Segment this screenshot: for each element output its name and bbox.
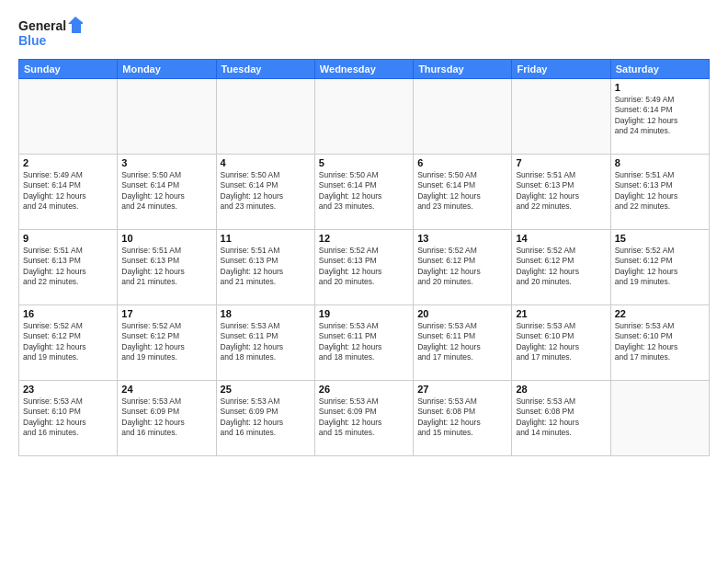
svg-text:General: General	[18, 18, 66, 33]
day-info: Sunrise: 5:53 AM Sunset: 6:09 PM Dayligh…	[121, 396, 211, 439]
day-info: Sunrise: 5:53 AM Sunset: 6:11 PM Dayligh…	[417, 321, 507, 363]
day-info: Sunrise: 5:50 AM Sunset: 6:14 PM Dayligh…	[319, 170, 409, 213]
calendar-cell: 1Sunrise: 5:49 AM Sunset: 6:14 PM Daylig…	[610, 79, 709, 155]
day-number: 10	[121, 233, 211, 244]
day-number: 21	[516, 308, 606, 319]
day-info: Sunrise: 5:52 AM Sunset: 6:12 PM Dayligh…	[23, 321, 113, 363]
week-row-4: 23Sunrise: 5:53 AM Sunset: 6:10 PM Dayli…	[19, 381, 710, 456]
calendar-table: SundayMondayTuesdayWednesdayThursdayFrid…	[18, 59, 710, 456]
day-number: 6	[417, 157, 507, 168]
calendar-cell: 2Sunrise: 5:49 AM Sunset: 6:14 PM Daylig…	[19, 155, 118, 230]
day-number: 14	[516, 233, 606, 244]
calendar-cell: 15Sunrise: 5:52 AM Sunset: 6:12 PM Dayli…	[610, 230, 709, 305]
day-number: 1	[615, 82, 705, 93]
day-info: Sunrise: 5:50 AM Sunset: 6:14 PM Dayligh…	[221, 170, 311, 213]
day-info: Sunrise: 5:53 AM Sunset: 6:10 PM Dayligh…	[23, 396, 113, 439]
calendar-cell: 25Sunrise: 5:53 AM Sunset: 6:09 PM Dayli…	[216, 381, 314, 456]
calendar-cell	[512, 79, 610, 155]
calendar-cell: 13Sunrise: 5:52 AM Sunset: 6:12 PM Dayli…	[414, 230, 512, 305]
calendar-cell: 24Sunrise: 5:53 AM Sunset: 6:09 PM Dayli…	[118, 381, 216, 456]
calendar-cell: 5Sunrise: 5:50 AM Sunset: 6:14 PM Daylig…	[314, 155, 413, 230]
day-info: Sunrise: 5:49 AM Sunset: 6:14 PM Dayligh…	[23, 170, 113, 213]
col-header-monday: Monday	[118, 60, 216, 79]
calendar-cell: 18Sunrise: 5:53 AM Sunset: 6:11 PM Dayli…	[216, 305, 314, 381]
day-info: Sunrise: 5:52 AM Sunset: 6:13 PM Dayligh…	[319, 246, 409, 288]
day-info: Sunrise: 5:51 AM Sunset: 6:13 PM Dayligh…	[23, 246, 113, 288]
calendar-cell	[610, 381, 709, 456]
calendar-cell: 9Sunrise: 5:51 AM Sunset: 6:13 PM Daylig…	[19, 230, 118, 305]
day-number: 28	[516, 384, 606, 395]
day-number: 5	[319, 157, 409, 168]
day-number: 23	[23, 384, 113, 395]
day-info: Sunrise: 5:51 AM Sunset: 6:13 PM Dayligh…	[516, 170, 606, 213]
day-number: 8	[615, 157, 705, 168]
calendar-cell: 11Sunrise: 5:51 AM Sunset: 6:13 PM Dayli…	[216, 230, 314, 305]
calendar-cell: 3Sunrise: 5:50 AM Sunset: 6:14 PM Daylig…	[118, 155, 216, 230]
day-info: Sunrise: 5:53 AM Sunset: 6:08 PM Dayligh…	[516, 396, 606, 439]
calendar-cell: 26Sunrise: 5:53 AM Sunset: 6:09 PM Dayli…	[314, 381, 413, 456]
calendar-cell: 20Sunrise: 5:53 AM Sunset: 6:11 PM Dayli…	[414, 305, 512, 381]
day-number: 19	[319, 308, 409, 319]
calendar-cell: 7Sunrise: 5:51 AM Sunset: 6:13 PM Daylig…	[512, 155, 610, 230]
calendar-cell	[118, 79, 216, 155]
calendar-page: General Blue SundayMondayTuesdayWednesda…	[0, 0, 728, 563]
day-number: 22	[615, 308, 705, 319]
day-number: 16	[23, 308, 113, 319]
day-number: 20	[417, 308, 507, 319]
day-info: Sunrise: 5:53 AM Sunset: 6:09 PM Dayligh…	[221, 396, 311, 439]
day-number: 2	[23, 157, 113, 168]
day-info: Sunrise: 5:53 AM Sunset: 6:10 PM Dayligh…	[516, 321, 606, 363]
week-row-1: 2Sunrise: 5:49 AM Sunset: 6:14 PM Daylig…	[19, 155, 710, 230]
calendar-cell	[414, 79, 512, 155]
col-header-sunday: Sunday	[19, 60, 118, 79]
col-header-friday: Friday	[512, 60, 610, 79]
calendar-cell: 14Sunrise: 5:52 AM Sunset: 6:12 PM Dayli…	[512, 230, 610, 305]
calendar-cell: 22Sunrise: 5:53 AM Sunset: 6:10 PM Dayli…	[610, 305, 709, 381]
day-number: 24	[121, 384, 211, 395]
calendar-cell: 27Sunrise: 5:53 AM Sunset: 6:08 PM Dayli…	[414, 381, 512, 456]
day-info: Sunrise: 5:53 AM Sunset: 6:11 PM Dayligh…	[221, 321, 311, 363]
svg-text:Blue: Blue	[18, 33, 47, 48]
week-row-3: 16Sunrise: 5:52 AM Sunset: 6:12 PM Dayli…	[19, 305, 710, 381]
day-number: 4	[221, 157, 311, 168]
day-info: Sunrise: 5:49 AM Sunset: 6:14 PM Dayligh…	[615, 95, 705, 137]
day-info: Sunrise: 5:52 AM Sunset: 6:12 PM Dayligh…	[121, 321, 211, 363]
day-number: 11	[221, 233, 311, 244]
day-number: 12	[319, 233, 409, 244]
header: General Blue	[18, 15, 710, 52]
day-number: 9	[23, 233, 113, 244]
calendar-cell	[19, 79, 118, 155]
calendar-cell: 8Sunrise: 5:51 AM Sunset: 6:13 PM Daylig…	[610, 155, 709, 230]
col-header-saturday: Saturday	[610, 60, 709, 79]
calendar-cell: 10Sunrise: 5:51 AM Sunset: 6:13 PM Dayli…	[118, 230, 216, 305]
day-info: Sunrise: 5:51 AM Sunset: 6:13 PM Dayligh…	[221, 246, 311, 288]
col-header-thursday: Thursday	[414, 60, 512, 79]
day-number: 15	[615, 233, 705, 244]
day-info: Sunrise: 5:53 AM Sunset: 6:10 PM Dayligh…	[615, 321, 705, 363]
calendar-cell: 19Sunrise: 5:53 AM Sunset: 6:11 PM Dayli…	[314, 305, 413, 381]
day-number: 17	[121, 308, 211, 319]
day-info: Sunrise: 5:53 AM Sunset: 6:11 PM Dayligh…	[319, 321, 409, 363]
week-row-2: 9Sunrise: 5:51 AM Sunset: 6:13 PM Daylig…	[19, 230, 710, 305]
day-number: 13	[417, 233, 507, 244]
day-info: Sunrise: 5:51 AM Sunset: 6:13 PM Dayligh…	[121, 246, 211, 288]
day-info: Sunrise: 5:50 AM Sunset: 6:14 PM Dayligh…	[417, 170, 507, 213]
day-info: Sunrise: 5:53 AM Sunset: 6:09 PM Dayligh…	[319, 396, 409, 439]
logo-svg: General Blue	[18, 15, 83, 52]
day-number: 27	[417, 384, 507, 395]
calendar-cell: 17Sunrise: 5:52 AM Sunset: 6:12 PM Dayli…	[118, 305, 216, 381]
day-info: Sunrise: 5:52 AM Sunset: 6:12 PM Dayligh…	[516, 246, 606, 288]
day-info: Sunrise: 5:51 AM Sunset: 6:13 PM Dayligh…	[615, 170, 705, 213]
calendar-cell: 21Sunrise: 5:53 AM Sunset: 6:10 PM Dayli…	[512, 305, 610, 381]
header-row: SundayMondayTuesdayWednesdayThursdayFrid…	[19, 60, 710, 79]
calendar-cell	[314, 79, 413, 155]
logo: General Blue	[18, 15, 83, 52]
day-number: 18	[221, 308, 311, 319]
day-info: Sunrise: 5:52 AM Sunset: 6:12 PM Dayligh…	[615, 246, 705, 288]
svg-marker-2	[68, 17, 83, 33]
day-number: 25	[221, 384, 311, 395]
day-number: 26	[319, 384, 409, 395]
calendar-cell: 4Sunrise: 5:50 AM Sunset: 6:14 PM Daylig…	[216, 155, 314, 230]
day-info: Sunrise: 5:50 AM Sunset: 6:14 PM Dayligh…	[121, 170, 211, 213]
calendar-cell: 6Sunrise: 5:50 AM Sunset: 6:14 PM Daylig…	[414, 155, 512, 230]
